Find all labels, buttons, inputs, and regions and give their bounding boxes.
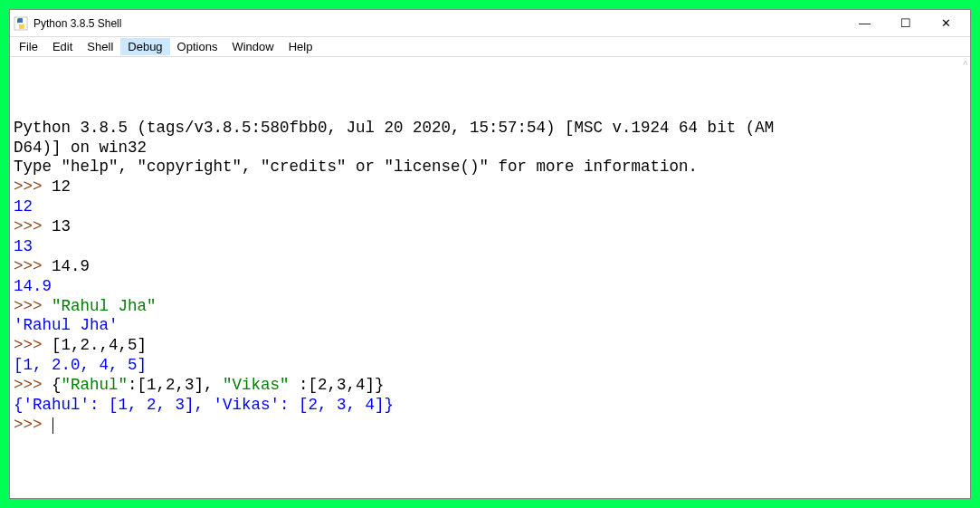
shell-line: >>> <box>14 416 966 436</box>
menu-file[interactable]: File <box>12 38 45 55</box>
menu-edit[interactable]: Edit <box>45 38 80 55</box>
prompt: >>> <box>14 297 52 315</box>
titlebar[interactable]: Python 3.8.5 Shell — ☐ ✕ <box>10 10 970 37</box>
shell-line: >>> 12 <box>14 177 966 197</box>
output-text: 'Rahul Jha' <box>14 316 119 334</box>
banner-text: Type "help", "copyright", "credits" or "… <box>14 158 698 176</box>
banner-text: Python 3.8.5 (tags/v3.8.5:580fbb0, Jul 2… <box>14 119 774 137</box>
shell-line: 14.9 <box>14 277 966 297</box>
shell-line: 12 <box>14 197 966 217</box>
shell-line: [1, 2.0, 4, 5] <box>14 356 966 376</box>
window-title: Python 3.8.5 Shell <box>33 17 844 30</box>
shell-line: >>> [1,2.,4,5] <box>14 336 966 356</box>
banner-text: D64)] on win32 <box>14 139 147 157</box>
input-text: "Rahul Jha" <box>52 297 157 315</box>
prompt: >>> <box>14 336 52 354</box>
menu-help[interactable]: Help <box>281 38 320 55</box>
shell-line: >>> "Rahul Jha" <box>14 297 966 317</box>
shell-line: 13 <box>14 237 966 257</box>
minimize-button[interactable]: — <box>844 11 885 36</box>
input-text: [1,2.,4,5] <box>52 336 147 354</box>
prompt: >>> <box>14 376 52 394</box>
shell-line: {'Rahul': [1, 2, 3], 'Vikas': [2, 3, 4]} <box>14 396 966 416</box>
menubar: File Edit Shell Debug Options Window Hel… <box>10 37 970 57</box>
shell-content[interactable]: ^ Python 3.8.5 (tags/v3.8.5:580fbb0, Jul… <box>10 57 970 498</box>
shell-line: Python 3.8.5 (tags/v3.8.5:580fbb0, Jul 2… <box>14 119 966 139</box>
prompt: >>> <box>14 177 52 196</box>
maximize-button[interactable]: ☐ <box>885 11 926 36</box>
output-text: [1, 2.0, 4, 5] <box>14 356 147 374</box>
shell-line: >>> {"Rahul":[1,2,3], "Vikas" :[2,3,4]} <box>14 376 966 396</box>
prompt: >>> <box>14 416 52 434</box>
menu-shell[interactable]: Shell <box>80 38 120 55</box>
menu-debug[interactable]: Debug <box>120 38 169 55</box>
shell-line: D64)] on win32 <box>14 139 966 158</box>
close-button[interactable]: ✕ <box>926 11 966 36</box>
input-text: 14.9 <box>52 257 90 275</box>
prompt: >>> <box>14 257 52 275</box>
window-controls: — ☐ ✕ <box>844 11 966 36</box>
input-text: "Vikas" <box>223 376 290 394</box>
scroll-indicator: ^ <box>962 59 968 72</box>
shell-line: Type "help", "copyright", "credits" or "… <box>14 158 966 177</box>
python-shell-window: Python 3.8.5 Shell — ☐ ✕ File Edit Shell… <box>9 9 971 499</box>
menu-window[interactable]: Window <box>224 38 281 55</box>
input-text: :[2,3,4]} <box>290 376 385 394</box>
output-text: 13 <box>14 237 33 255</box>
shell-line: 'Rahul Jha' <box>14 316 966 336</box>
shell-line: >>> 14.9 <box>14 257 966 277</box>
output-text: {'Rahul': [1, 2, 3], 'Vikas': [2, 3, 4]} <box>14 396 394 414</box>
output-text: 14.9 <box>14 277 52 295</box>
input-text: "Rahul" <box>62 376 128 394</box>
input-text: 12 <box>52 177 71 196</box>
output-text: 12 <box>14 197 33 216</box>
text-cursor <box>52 417 53 434</box>
input-text: { <box>52 376 62 394</box>
python-icon <box>14 16 28 31</box>
input-text: :[1,2,3], <box>128 376 223 394</box>
prompt: >>> <box>14 217 52 235</box>
menu-options[interactable]: Options <box>170 38 225 55</box>
input-text: 13 <box>52 217 71 235</box>
shell-line: >>> 13 <box>14 217 966 237</box>
